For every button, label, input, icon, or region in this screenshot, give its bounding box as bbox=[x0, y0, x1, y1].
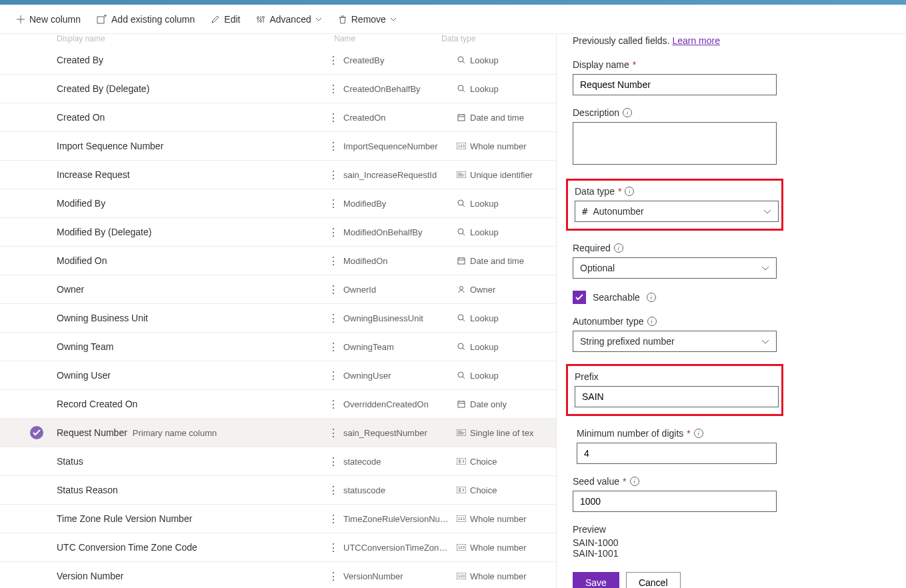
side-panel: Previously called fields. Learn more Dis… bbox=[556, 34, 906, 588]
col-header-type[interactable]: Data type bbox=[441, 34, 536, 43]
table-row[interactable]: UTC Conversion Time Zone Code⋮UTCConvers… bbox=[0, 533, 556, 562]
table-row[interactable]: Status⋮statecodeChoice bbox=[0, 447, 556, 476]
row-more-menu[interactable]: ⋮ bbox=[323, 427, 343, 439]
svg-text:123: 123 bbox=[458, 574, 465, 578]
row-more-menu[interactable]: ⋮ bbox=[323, 484, 343, 497]
autonumber-type-select[interactable]: String prefixed number bbox=[573, 331, 777, 352]
table-row[interactable]: Created By (Delegate)⋮CreatedOnBehalfByL… bbox=[0, 75, 556, 103]
description-input[interactable] bbox=[573, 122, 777, 165]
row-more-menu[interactable]: ⋮ bbox=[323, 111, 343, 124]
add-existing-button[interactable]: Add existing column bbox=[91, 10, 200, 29]
row-data-type: 123Whole number bbox=[457, 543, 527, 553]
table-row[interactable]: Owning Business Unit⋮OwningBusinessUnitL… bbox=[0, 304, 556, 333]
table-row[interactable]: Status Reason⋮statuscodeChoice bbox=[0, 476, 556, 505]
table-row[interactable]: Owning Team⋮OwningTeamLookup bbox=[0, 333, 556, 361]
table-row[interactable]: Owning User⋮OwningUserLookup bbox=[0, 361, 556, 390]
row-display-name: Owning Business Unit bbox=[30, 313, 323, 323]
min-digits-input[interactable] bbox=[577, 443, 777, 464]
row-more-menu[interactable]: ⋮ bbox=[323, 169, 343, 181]
info-icon[interactable]: i bbox=[694, 429, 703, 438]
row-more-menu[interactable]: ⋮ bbox=[323, 369, 343, 382]
row-data-type: Choice bbox=[457, 485, 497, 495]
row-display-name: Import Sequence Number bbox=[30, 141, 323, 151]
info-icon[interactable]: i bbox=[623, 108, 632, 117]
row-more-menu[interactable]: ⋮ bbox=[323, 255, 343, 267]
header-gradient bbox=[0, 0, 906, 5]
table-row[interactable]: Owner⋮OwnerIdOwner bbox=[0, 275, 556, 304]
lookup-icon bbox=[457, 313, 466, 323]
row-more-menu[interactable]: ⋮ bbox=[323, 283, 343, 296]
row-more-menu[interactable]: ⋮ bbox=[323, 54, 343, 67]
seed-label: Seed value bbox=[573, 476, 619, 487]
remove-button[interactable]: Remove bbox=[333, 10, 402, 29]
svg-point-2 bbox=[260, 19, 262, 21]
row-more-menu[interactable]: ⋮ bbox=[323, 541, 343, 554]
table-row[interactable]: Modified On⋮ModifiedOnDate and time bbox=[0, 247, 556, 275]
table-row[interactable]: Import Sequence Number⋮ImportSequenceNum… bbox=[0, 132, 556, 161]
row-schema-name: CreatedOnBehalfBy bbox=[343, 84, 457, 94]
info-icon[interactable]: i bbox=[647, 317, 657, 326]
prefix-input[interactable] bbox=[575, 386, 779, 407]
check-icon bbox=[575, 294, 583, 301]
row-more-menu[interactable]: ⋮ bbox=[323, 312, 343, 325]
advanced-button[interactable]: Advanced bbox=[251, 10, 327, 29]
chevron-down-icon bbox=[761, 266, 769, 271]
seed-input[interactable] bbox=[573, 491, 777, 512]
display-name-input[interactable] bbox=[573, 74, 777, 95]
row-more-menu[interactable]: ⋮ bbox=[323, 341, 343, 353]
save-button[interactable]: Save bbox=[573, 572, 619, 588]
new-column-button[interactable]: New column bbox=[11, 10, 86, 29]
table-row[interactable]: Modified By⋮ModifiedByLookup bbox=[0, 189, 556, 218]
row-data-type: Owner bbox=[457, 285, 495, 295]
table-row[interactable]: Time Zone Rule Version Number⋮TimeZoneRu… bbox=[0, 505, 556, 533]
required-select[interactable]: Optional bbox=[573, 257, 777, 279]
table-row[interactable]: Request NumberPrimary name column⋮sain_R… bbox=[0, 419, 556, 447]
table-row[interactable]: Record Created On⋮OverriddenCreatedOnDat… bbox=[0, 390, 556, 419]
table-row[interactable]: Created On⋮CreatedOnDate and time bbox=[0, 103, 556, 132]
data-type-select[interactable]: #Autonumber bbox=[575, 201, 779, 222]
row-data-type: Date and time bbox=[457, 256, 524, 266]
info-icon[interactable]: i bbox=[625, 187, 634, 196]
row-more-menu[interactable]: ⋮ bbox=[323, 83, 343, 95]
row-schema-name: ModifiedBy bbox=[343, 199, 457, 209]
info-icon[interactable]: i bbox=[630, 477, 639, 486]
row-schema-name: OwnerId bbox=[343, 285, 457, 295]
info-icon[interactable]: i bbox=[647, 293, 656, 302]
row-data-type: Date only bbox=[457, 399, 507, 409]
row-schema-name: sain_RequestNumber bbox=[343, 428, 457, 438]
row-more-menu[interactable]: ⋮ bbox=[323, 455, 343, 468]
row-more-menu[interactable]: ⋮ bbox=[323, 197, 343, 210]
col-header-display[interactable]: Display name bbox=[57, 34, 334, 43]
row-selected-indicator bbox=[30, 426, 43, 439]
row-display-name: UTC Conversion Time Zone Code bbox=[30, 542, 323, 553]
searchable-label: Searchable bbox=[593, 292, 640, 303]
text-icon bbox=[457, 428, 466, 437]
row-schema-name: VersionNumber bbox=[343, 571, 457, 581]
info-icon[interactable]: i bbox=[614, 243, 623, 253]
svg-text:123: 123 bbox=[458, 517, 465, 521]
number-icon: 123 bbox=[457, 141, 466, 151]
cancel-button[interactable]: Cancel bbox=[626, 572, 681, 588]
preview-line-2: SAIN-1001 bbox=[573, 548, 890, 559]
table-row[interactable]: Created By⋮CreatedByLookup bbox=[0, 46, 556, 75]
prefix-highlight: Prefix bbox=[566, 364, 783, 416]
row-more-menu[interactable]: ⋮ bbox=[323, 226, 343, 239]
table-row[interactable]: Increase Request⋮sain_IncreaseRequestIdU… bbox=[0, 161, 556, 189]
row-more-menu[interactable]: ⋮ bbox=[323, 570, 343, 583]
table-row[interactable]: Version Number⋮VersionNumber123Whole num… bbox=[0, 562, 556, 588]
row-display-name: Modified By bbox=[30, 198, 323, 209]
plus-icon bbox=[16, 15, 25, 24]
learn-more-link[interactable]: Learn more bbox=[672, 35, 720, 46]
lookup-icon bbox=[457, 199, 466, 208]
date-icon bbox=[457, 399, 466, 409]
table-row[interactable]: Modified By (Delegate)⋮ModifiedOnBehalfB… bbox=[0, 218, 556, 247]
table-header-row: Display name Name Data type bbox=[0, 34, 556, 46]
toolbar: New column Add existing column Edit Adva… bbox=[0, 5, 906, 34]
edit-button[interactable]: Edit bbox=[205, 10, 245, 29]
row-more-menu[interactable]: ⋮ bbox=[323, 398, 343, 411]
row-more-menu[interactable]: ⋮ bbox=[323, 140, 343, 153]
col-header-name[interactable]: Name bbox=[334, 34, 441, 43]
row-display-name: Created By (Delegate) bbox=[30, 83, 323, 94]
searchable-checkbox[interactable] bbox=[573, 291, 586, 304]
row-more-menu[interactable]: ⋮ bbox=[323, 513, 343, 525]
